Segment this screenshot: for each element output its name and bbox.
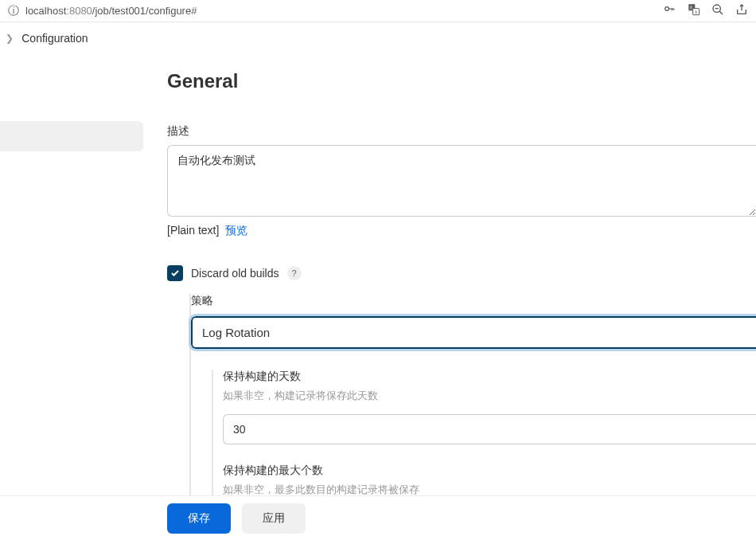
breadcrumb: t001 ❯ Configuration xyxy=(0,22,756,54)
page-title: General xyxy=(167,70,756,92)
discard-checkbox[interactable] xyxy=(167,265,183,281)
bottom-action-bar: 保存 应用 xyxy=(0,495,756,540)
discard-label: Discard old builds xyxy=(191,267,279,280)
description-textarea[interactable] xyxy=(167,145,756,217)
days-hint: 如果非空，构建记录将保存此天数 xyxy=(223,389,756,403)
apply-button[interactable]: 应用 xyxy=(242,503,306,534)
browser-address-bar: ⓘ localhost:8080/job/test001/configure# … xyxy=(0,0,756,22)
save-button[interactable]: 保存 xyxy=(167,503,231,534)
max-label: 保持构建的最大个数 xyxy=(223,464,756,478)
format-text: [Plain text] xyxy=(167,224,219,237)
info-icon[interactable]: ⓘ xyxy=(8,4,19,18)
key-icon[interactable] xyxy=(662,3,676,18)
description-label: 描述 xyxy=(167,124,756,139)
main-content: General 描述 [Plain text] 预览 Discard old b… xyxy=(143,54,756,540)
translate-icon[interactable]: 文A xyxy=(688,3,700,18)
breadcrumb-item-configuration[interactable]: Configuration xyxy=(21,32,88,45)
browser-toolbar-icons: 文A xyxy=(662,3,748,18)
log-rotation-settings: 保持构建的天数 如果非空，构建记录将保存此天数 保持构建的最大个数 如果非空，最… xyxy=(212,370,756,497)
strategy-block: 策略 Log Rotation 保持构建的天数 如果非空，构建记录将保存此天数 … xyxy=(189,294,756,497)
sidebar-title: e xyxy=(0,78,143,99)
strategy-label: 策略 xyxy=(191,294,756,308)
sidebar-item-active[interactable] xyxy=(0,121,143,151)
svg-point-0 xyxy=(665,7,669,11)
preview-link[interactable]: 预览 xyxy=(225,224,247,237)
chevron-right-icon: ❯ xyxy=(6,33,14,44)
discard-old-builds-row: Discard old builds ? xyxy=(167,265,756,281)
url-display[interactable]: localhost:8080/job/test001/configure# xyxy=(25,5,662,17)
days-input[interactable] xyxy=(223,414,756,444)
svg-text:文: 文 xyxy=(689,5,693,10)
svg-line-9 xyxy=(719,11,723,14)
days-label: 保持构建的天数 xyxy=(223,370,756,384)
format-row: [Plain text] 预览 xyxy=(167,224,756,238)
strategy-select[interactable]: Log Rotation xyxy=(191,316,756,349)
help-icon[interactable]: ? xyxy=(287,266,302,280)
sidebar: e xyxy=(0,54,143,540)
share-icon[interactable] xyxy=(735,3,748,18)
zoom-icon[interactable] xyxy=(711,3,724,18)
